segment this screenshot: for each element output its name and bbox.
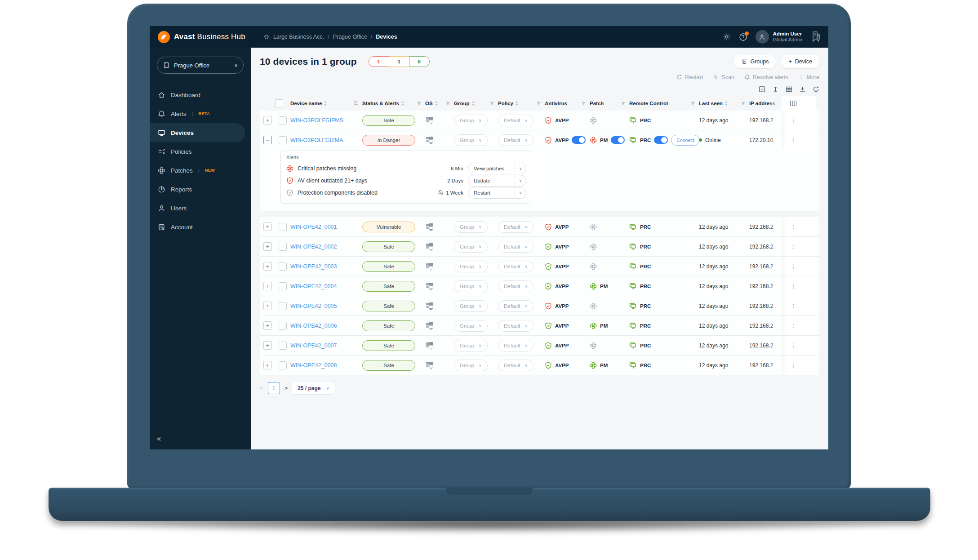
group-dropdown[interactable]: Group∨: [454, 300, 488, 312]
current-page-button[interactable]: 1: [268, 382, 280, 394]
sidebar-item-patches[interactable]: Patches|NEW: [150, 161, 245, 180]
expand-row-button[interactable]: +: [263, 262, 272, 271]
filter-icon[interactable]: [445, 101, 450, 106]
download-icon[interactable]: [799, 86, 806, 93]
sort-icon[interactable]: [515, 101, 519, 106]
policy-dropdown[interactable]: Default∨: [498, 221, 533, 233]
group-dropdown[interactable]: Group∨: [454, 280, 488, 292]
filter-icon[interactable]: [489, 101, 494, 106]
add-device-button[interactable]: + Device: [781, 55, 819, 68]
select-all-checkbox[interactable]: [275, 99, 283, 107]
filter-icon[interactable]: [417, 101, 422, 106]
group-dropdown[interactable]: Group∨: [454, 221, 488, 233]
device-name-link[interactable]: WIN-OPE42_0006: [290, 323, 337, 329]
policy-dropdown[interactable]: Default∨: [498, 241, 533, 253]
search-icon[interactable]: [353, 101, 359, 106]
column-header-status[interactable]: Status & Alerts: [362, 96, 425, 111]
device-name-link[interactable]: WIN-OPE42_0007: [290, 342, 337, 349]
sidebar-item-alerts[interactable]: Alerts|BETA: [150, 104, 245, 123]
kebab-icon[interactable]: ⋮: [791, 263, 796, 270]
policy-dropdown[interactable]: Default∨: [498, 280, 533, 292]
device-name-link[interactable]: WIN-OPE42_0005: [290, 303, 337, 309]
device-name-link[interactable]: WIN-OPE42_0008: [290, 362, 337, 369]
policy-dropdown[interactable]: Default∨: [498, 320, 533, 332]
sidebar-item-account[interactable]: Account: [150, 218, 245, 236]
policy-dropdown[interactable]: Default∨: [498, 115, 533, 126]
row-checkbox[interactable]: [279, 136, 287, 144]
group-dropdown[interactable]: Group∨: [454, 261, 488, 272]
expand-row-button[interactable]: +: [263, 302, 272, 310]
alert-action-button[interactable]: Update∨: [468, 175, 526, 187]
group-dropdown[interactable]: Group∨: [454, 241, 488, 253]
remote-control-toggle[interactable]: [654, 136, 668, 144]
sidebar-item-policies[interactable]: Policies: [150, 142, 245, 161]
company-switch-icon[interactable]: [810, 31, 821, 43]
vulnerable-count-badge[interactable]: 1: [389, 56, 409, 67]
kebab-icon[interactable]: ⋮: [791, 303, 796, 309]
expand-row-button[interactable]: +: [263, 341, 272, 350]
prev-page-button[interactable]: <: [260, 385, 263, 391]
row-checkbox[interactable]: [279, 342, 287, 350]
collapse-row-button[interactable]: −: [263, 136, 272, 144]
row-checkbox[interactable]: [279, 223, 287, 231]
column-width-icon[interactable]: [772, 86, 779, 93]
page-size-select[interactable]: 25 / page ∨: [292, 382, 335, 394]
expand-row-button[interactable]: +: [263, 222, 272, 231]
expand-all-icon[interactable]: [759, 86, 765, 93]
filter-icon[interactable]: [690, 101, 695, 106]
row-checkbox[interactable]: [279, 361, 287, 369]
column-header-device_name[interactable]: Device name: [290, 96, 362, 111]
sidebar-item-dashboard[interactable]: Dashboard: [150, 85, 245, 104]
table-view-icon[interactable]: [786, 86, 792, 93]
filter-icon[interactable]: [741, 101, 746, 106]
column-header-last_seen[interactable]: Last seen: [699, 96, 749, 111]
more-button[interactable]: ⋮ More: [798, 74, 819, 80]
group-dropdown[interactable]: Group∨: [454, 340, 488, 351]
policy-dropdown[interactable]: Default∨: [498, 340, 533, 351]
column-settings-icon[interactable]: [790, 100, 797, 107]
sidebar-item-users[interactable]: Users: [150, 199, 245, 218]
sort-icon[interactable]: [324, 101, 327, 106]
expand-row-button[interactable]: +: [263, 321, 272, 330]
column-header-policy[interactable]: Policy: [498, 96, 545, 111]
row-checkbox[interactable]: [279, 262, 287, 271]
device-name-link[interactable]: WIN-O3POLFGIPMS: [290, 117, 343, 124]
gear-icon[interactable]: [723, 33, 731, 41]
row-checkbox[interactable]: [279, 116, 287, 124]
filter-icon[interactable]: [581, 101, 586, 106]
help-icon[interactable]: [739, 33, 747, 41]
kebab-icon[interactable]: ⋮: [791, 323, 796, 329]
filter-icon[interactable]: [621, 101, 626, 106]
group-dropdown[interactable]: Group∨: [454, 360, 488, 371]
kebab-icon[interactable]: ⋮: [791, 224, 796, 230]
row-checkbox[interactable]: [279, 322, 287, 330]
expand-row-button[interactable]: +: [263, 282, 272, 290]
breadcrumb-item[interactable]: Large Business Acc.: [273, 34, 324, 40]
groups-button[interactable]: Groups: [734, 55, 776, 68]
sort-icon[interactable]: [401, 101, 405, 106]
sort-icon[interactable]: [471, 101, 475, 106]
policy-dropdown[interactable]: Default∨: [498, 261, 533, 272]
org-selector[interactable]: Prague Office ∨: [157, 57, 244, 74]
row-checkbox[interactable]: [279, 282, 287, 290]
row-checkbox[interactable]: [279, 243, 287, 251]
device-name-link[interactable]: WIN-OPE42_0004: [290, 283, 337, 289]
user-menu[interactable]: Admin User Global Admin: [756, 30, 802, 44]
group-dropdown[interactable]: Group∨: [454, 134, 488, 146]
scan-button[interactable]: Scan: [713, 74, 734, 80]
device-name-link[interactable]: WIN-O3POLFGIZMA: [290, 137, 343, 143]
restart-button[interactable]: Restart: [676, 74, 703, 80]
sidebar-collapse-button[interactable]: «: [157, 434, 161, 443]
sort-icon[interactable]: [725, 101, 728, 106]
sidebar-item-reports[interactable]: Reports: [150, 180, 245, 199]
expand-row-button[interactable]: +: [263, 242, 272, 251]
group-dropdown[interactable]: Group∨: [454, 320, 488, 332]
alert-action-button[interactable]: View patches∨: [468, 163, 526, 174]
sidebar-item-devices[interactable]: Devices: [150, 123, 245, 142]
expand-row-button[interactable]: +: [263, 361, 272, 369]
danger-count-badge[interactable]: 1: [369, 56, 389, 67]
connect-button[interactable]: Connect: [671, 135, 699, 146]
breadcrumb-item[interactable]: Prague Office: [333, 34, 367, 40]
patch-toggle[interactable]: [611, 136, 625, 144]
kebab-icon[interactable]: ⋮: [791, 283, 796, 289]
